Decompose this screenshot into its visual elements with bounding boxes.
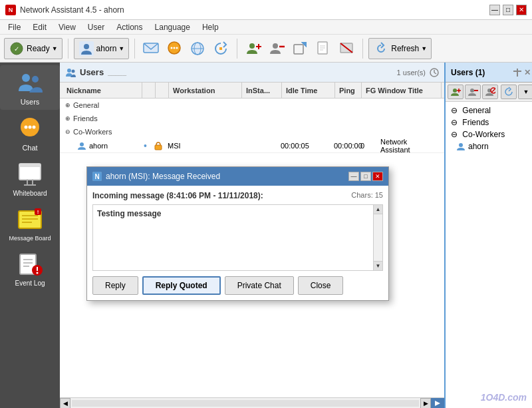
chat-button[interactable]: [164, 38, 185, 59]
horizontal-scroll-right[interactable]: ▶: [420, 398, 431, 409]
cell-ping-num: 0: [356, 142, 376, 150]
rp-block-user-btn[interactable]: [482, 85, 498, 99]
cell-dot: •: [140, 140, 150, 151]
svg-point-53: [72, 69, 75, 73]
modal-minimize-btn[interactable]: —: [348, 172, 359, 181]
menu-file[interactable]: File: [3, 21, 26, 33]
group-friends[interactable]: ⊕ Friends: [60, 112, 444, 125]
right-panel-pin-button[interactable]: [513, 68, 522, 77]
user-name: ahorn: [89, 142, 108, 150]
scrollbar-up[interactable]: ▲: [374, 205, 382, 214]
svg-point-7: [174, 47, 176, 49]
horizontal-scrollbar[interactable]: [72, 400, 419, 407]
blocked-button[interactable]: [336, 38, 357, 59]
menu-user[interactable]: User: [82, 21, 110, 33]
col-idle: Idle Time: [282, 83, 335, 98]
col-icons2: [156, 83, 169, 98]
modal-app-icon: N: [92, 172, 102, 181]
col-fg: FG Window Title: [362, 83, 442, 98]
svg-point-32: [33, 126, 36, 129]
scroll-end-button[interactable]: [431, 398, 444, 409]
sidebar-item-eventlog[interactable]: Event Log: [0, 247, 60, 291]
cell-nickname: ahorn: [73, 141, 140, 150]
right-panel-close-button[interactable]: ✕: [524, 68, 531, 77]
update-button[interactable]: [210, 38, 231, 59]
svg-line-69: [491, 89, 495, 93]
export-icon: [292, 41, 308, 57]
svg-point-6: [171, 47, 173, 49]
right-panel-title: Users (1): [451, 68, 485, 77]
svg-point-31: [29, 126, 32, 129]
menu-actions[interactable]: Actions: [111, 21, 148, 33]
close-button[interactable]: ✕: [516, 5, 527, 15]
rp-group-friends[interactable]: ⊖ Friends: [446, 116, 532, 128]
svg-rect-12: [219, 47, 222, 50]
reply-quoted-button[interactable]: Reply Quoted: [142, 276, 221, 295]
users-sidebar-icon: [17, 69, 43, 96]
svg-point-65: [470, 89, 474, 93]
panel-refresh-icon[interactable]: [430, 68, 439, 77]
panel-icon: [65, 67, 76, 78]
modal-close-btn[interactable]: ✕: [372, 172, 383, 181]
rp-user-ahorn[interactable]: ahorn: [446, 140, 532, 152]
ready-icon: ✓: [9, 41, 25, 57]
menu-edit[interactable]: Edit: [27, 21, 52, 33]
svg-text:!: !: [37, 209, 39, 215]
svg-point-3: [84, 44, 89, 49]
sidebar-users-label: Users: [21, 98, 40, 106]
rp-dropdown-btn[interactable]: ▼: [518, 85, 532, 99]
menu-language[interactable]: Language: [150, 21, 196, 33]
globe-icon: [190, 41, 205, 57]
rp-group-general[interactable]: ⊖ General: [446, 104, 532, 116]
ready-label: Ready: [27, 44, 50, 53]
rp-remove-user-btn[interactable]: [465, 85, 481, 99]
sidebar-item-whiteboard[interactable]: Whiteboard: [0, 157, 60, 201]
user-button[interactable]: ahorn ▼: [74, 38, 130, 59]
horizontal-scroll-left[interactable]: ◀: [60, 398, 70, 409]
message-scrollbar[interactable]: ▲ ▼: [373, 205, 382, 270]
chat-sidebar-icon: [17, 115, 43, 142]
table-row[interactable]: ahorn • MSI 00:00:05 00:00:00 0 Network …: [60, 138, 444, 153]
modal-maximize-btn[interactable]: □: [360, 172, 371, 181]
settings-button[interactable]: [187, 38, 208, 59]
remove-user-button[interactable]: [266, 38, 287, 59]
chars-label: Chars: 15: [351, 191, 383, 200]
reply-button[interactable]: Reply: [92, 276, 138, 295]
export-button[interactable]: [289, 38, 311, 59]
svg-marker-59: [435, 401, 440, 406]
cell-ping: 00:00:00: [330, 142, 356, 150]
sidebar-item-chat[interactable]: Chat: [0, 111, 60, 156]
group-coworkers[interactable]: ⊖ Co-Workers: [60, 125, 444, 138]
refresh-dropdown-icon[interactable]: ▼: [421, 45, 427, 52]
rp-add-user-btn[interactable]: [448, 85, 464, 99]
refresh-button[interactable]: Refresh ▼: [368, 38, 432, 59]
blank-button[interactable]: [313, 38, 334, 59]
refresh-icon: [373, 41, 389, 57]
minimize-button[interactable]: —: [489, 5, 500, 15]
menu-view[interactable]: View: [53, 21, 81, 33]
rp-group-coworkers[interactable]: ⊖ Co-Workers: [446, 128, 532, 140]
sidebar-item-users[interactable]: Users: [0, 65, 60, 110]
sidebar-item-messageboard[interactable]: ! Message Board: [0, 202, 60, 246]
rp-refresh-btn[interactable]: [501, 85, 517, 99]
cell-fg-window: Network Assistant: [376, 138, 442, 154]
private-chat-button[interactable]: Private Chat: [225, 276, 294, 295]
cell-idle: 00:00:05: [277, 142, 330, 150]
user-dropdown-icon[interactable]: ▼: [118, 45, 124, 52]
group-general[interactable]: ⊕ General: [60, 99, 444, 112]
add-user-button[interactable]: [243, 38, 264, 59]
modal-title-text: ahorn (MSI): Message Received: [106, 172, 344, 181]
modal-title-bar: N ahorn (MSI): Message Received — □ ✕: [87, 167, 388, 186]
svg-point-27: [22, 74, 30, 82]
user-avatar-icon: [78, 41, 94, 57]
ready-dropdown-icon[interactable]: ▼: [52, 45, 58, 52]
messages-button[interactable]: [140, 38, 162, 59]
menu-help[interactable]: Help: [197, 21, 224, 33]
ready-button[interactable]: ✓ Ready ▼: [4, 38, 63, 59]
sidebar-chat-label: Chat: [22, 144, 37, 152]
scrollbar-down[interactable]: ▼: [374, 261, 382, 270]
modal-close-action-button[interactable]: Close: [298, 276, 344, 295]
maximize-button[interactable]: □: [503, 5, 513, 15]
messageboard-sidebar-icon: !: [17, 206, 43, 233]
modal-message-text: Testing message: [97, 209, 161, 218]
